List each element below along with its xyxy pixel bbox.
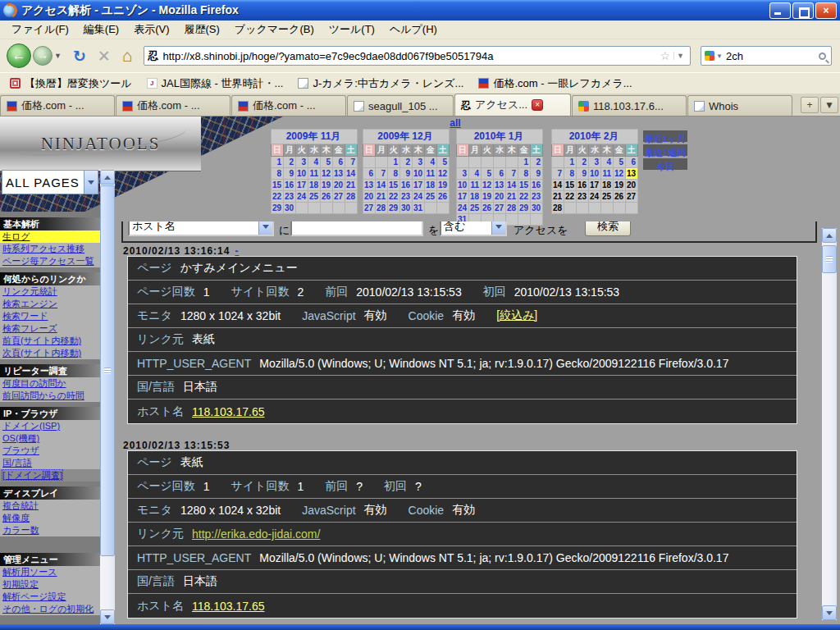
menubar-item[interactable]: 履歴(S): [178, 21, 226, 39]
calendar-day[interactable]: 7: [345, 157, 358, 168]
new-tab-button[interactable]: +: [801, 97, 819, 113]
field-select[interactable]: ホスト名: [128, 221, 274, 236]
search-bar[interactable]: ▼ 2ch: [701, 46, 832, 66]
calendar-day[interactable]: 17: [413, 180, 425, 191]
calendar-day[interactable]: 4: [469, 168, 482, 180]
calendar-day[interactable]: 5: [321, 157, 333, 168]
calendar-day[interactable]: 5: [614, 157, 626, 168]
sidebar-item-link[interactable]: 次頁(サイト内移動): [2, 348, 81, 358]
scrollbar-thumb[interactable]: [822, 245, 837, 273]
bookmark-star-icon[interactable]: ☆: [660, 49, 671, 62]
calendar-day[interactable]: 18: [308, 180, 321, 191]
sidebar-item-link[interactable]: 初期設定: [2, 579, 39, 589]
sidebar-item[interactable]: 解析ページ設定: [0, 591, 100, 603]
calendar-day[interactable]: 24: [457, 203, 469, 214]
tab-close-icon[interactable]: ×: [532, 99, 543, 111]
sidebar-item[interactable]: カラー数: [0, 524, 100, 536]
calendar-day[interactable]: 6: [494, 168, 506, 180]
calendar-day[interactable]: 26: [482, 203, 494, 214]
calendar-day[interactable]: 4: [425, 157, 437, 168]
calendar-day[interactable]: 20: [363, 191, 376, 203]
calendar-day[interactable]: 10: [457, 180, 469, 191]
sidebar-item[interactable]: ブラウザ: [0, 445, 100, 457]
sidebar-item-link[interactable]: 前頁(サイト内移動): [2, 336, 81, 345]
sidebar-item-link[interactable]: 解像度: [2, 513, 30, 523]
calendar-day[interactable]: 4: [308, 157, 321, 168]
calendar-day[interactable]: 13: [363, 180, 376, 191]
calendar-day[interactable]: 25: [308, 191, 321, 203]
calendar-day[interactable]: 24: [413, 191, 425, 203]
calendar-day[interactable]: 22: [272, 191, 284, 203]
scroll-down-icon[interactable]: [100, 609, 115, 624]
calendar-day[interactable]: 20: [494, 191, 506, 203]
entry-collapse-link[interactable]: -: [235, 245, 239, 257]
calendar-day[interactable]: 10: [589, 168, 601, 180]
search-engine-dropdown-icon[interactable]: ▼: [716, 52, 723, 60]
sidebar-item-link[interactable]: ドメイン(ISP): [2, 421, 60, 431]
log-search-button[interactable]: 検索: [585, 221, 631, 236]
calendar-day[interactable]: 16: [531, 180, 543, 191]
calendar-day[interactable]: 8: [518, 168, 531, 180]
sidebar-item[interactable]: リンク元統計: [0, 285, 100, 298]
menubar-item[interactable]: ツール(T): [322, 21, 381, 39]
sidebar-item[interactable]: 時系列アクセス推移: [0, 243, 100, 255]
calendar-day[interactable]: 13: [494, 180, 506, 191]
calendar-day[interactable]: 26: [437, 191, 450, 203]
field-link[interactable]: [絞込み]: [496, 308, 537, 323]
sidebar-item-link[interactable]: リンク元統計: [2, 286, 57, 296]
sidebar-item[interactable]: 前回訪問からの時間: [0, 390, 100, 402]
match-select[interactable]: 含む: [440, 221, 507, 236]
sidebar-item[interactable]: 複合統計: [0, 500, 100, 512]
calendar-day[interactable]: 14: [506, 180, 518, 191]
calendar-day[interactable]: 30: [400, 203, 413, 214]
calendar-day[interactable]: 19: [437, 180, 450, 191]
calendar-day[interactable]: 2: [577, 157, 589, 168]
sidebar-item[interactable]: 何度目の訪問か: [0, 377, 100, 390]
stop-button[interactable]: ✕: [98, 47, 111, 66]
chevron-down-icon[interactable]: [84, 171, 98, 194]
calendar-day[interactable]: 20: [333, 180, 345, 191]
all-link[interactable]: all: [450, 117, 460, 129]
calendar-day[interactable]: 16: [400, 180, 413, 191]
calendar-day[interactable]: 5: [482, 168, 494, 180]
calendar-day[interactable]: 22: [388, 191, 400, 203]
calendar-day[interactable]: 1: [272, 157, 284, 168]
calendar-day[interactable]: 14: [376, 180, 388, 191]
calendar-day[interactable]: 4: [601, 157, 614, 168]
calendar-day[interactable]: 12: [614, 168, 626, 180]
tab-0[interactable]: 価格.com - ...: [0, 95, 115, 116]
chevron-down-icon[interactable]: [491, 221, 505, 235]
bookmark-item[interactable]: JJAL国際線 - 世界時計・...: [142, 75, 289, 93]
calendar-day[interactable]: 22: [518, 191, 531, 203]
field-link[interactable]: 118.103.17.65: [192, 600, 265, 613]
tab-active[interactable]: 忍アクセス...×: [454, 94, 571, 116]
calendar-day[interactable]: 12: [482, 180, 494, 191]
tab-1[interactable]: 価格.com - ...: [116, 95, 231, 116]
calendar-day[interactable]: 3: [413, 157, 425, 168]
calendar-day[interactable]: 2: [284, 157, 296, 168]
menubar-item[interactable]: ヘルプ(H): [383, 21, 444, 39]
quick-link-1[interactable]: 最近1週間: [643, 144, 687, 156]
sidebar-item-link[interactable]: 解析ページ設定: [2, 591, 66, 601]
quick-link-2[interactable]: 今日: [643, 158, 687, 170]
sidebar-item-link[interactable]: 検索エンジン: [2, 299, 57, 308]
calendar-day[interactable]: 3: [296, 157, 308, 168]
scroll-down-icon[interactable]: [822, 605, 837, 620]
calendar-day[interactable]: 15: [388, 180, 400, 191]
calendar-day[interactable]: 23: [400, 191, 413, 203]
sidebar-item[interactable]: 生ログ: [0, 231, 100, 243]
tab-list-button[interactable]: ▼: [820, 97, 838, 113]
calendar-day[interactable]: 23: [531, 191, 543, 203]
calendar-day[interactable]: 6: [363, 168, 376, 180]
field-link[interactable]: 118.103.17.65: [192, 405, 265, 418]
calendar-day[interactable]: 8: [272, 168, 284, 180]
calendar-day[interactable]: 27: [494, 203, 506, 214]
keyword-input[interactable]: [290, 221, 423, 236]
sidebar-item-link[interactable]: カラー数: [2, 525, 39, 535]
tab-6[interactable]: Whois: [687, 95, 792, 116]
sidebar-item-link[interactable]: 国/言語: [2, 458, 32, 468]
sidebar-item[interactable]: 国/言語: [0, 457, 100, 469]
sidebar-item-link[interactable]: 何度目の訪問か: [2, 378, 66, 388]
calendar-day[interactable]: 1: [518, 157, 531, 168]
calendar-day[interactable]: 25: [425, 191, 437, 203]
